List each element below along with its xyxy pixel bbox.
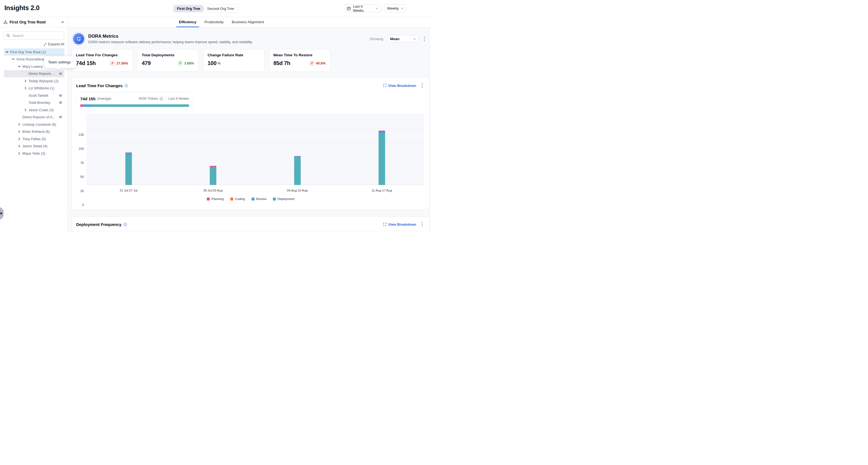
gridline — [86, 115, 424, 115]
tree-item-label: Direct Reports ... — [29, 71, 56, 76]
stacked-bar[interactable] — [125, 152, 132, 185]
gridline — [86, 128, 424, 129]
team-settings-icon[interactable] — [59, 115, 62, 119]
granularity-dropdown[interactable]: Weekly — [384, 4, 406, 12]
tab-efficiency[interactable]: Efficiency — [178, 20, 197, 27]
chevron-right-icon[interactable] — [24, 80, 29, 83]
metric-card-value: 100 — [208, 60, 216, 66]
stacked-bar[interactable] — [294, 156, 301, 185]
tree-item[interactable]: Liz Whittome (1) — [4, 85, 64, 92]
vertical-scrollbar-gutter[interactable] — [430, 27, 434, 232]
app-title: Insights 2.0 — [4, 4, 39, 12]
chevron-right-icon[interactable] — [18, 137, 22, 141]
tree-item[interactable]: First Org Tree Root (1) — [4, 49, 64, 56]
tree-item[interactable]: Teddy Wylupski (2) — [4, 77, 64, 85]
metric-card: Change Failure Rate100% — [203, 49, 265, 71]
expand-corners-icon — [383, 84, 386, 87]
lead-time-actions: View Breakdown — [383, 82, 424, 89]
chevron-right-icon[interactable] — [24, 87, 29, 90]
tree-item-label: Maya Yette (3) — [22, 151, 45, 155]
tree-item[interactable]: Jason Stead (4) — [4, 143, 64, 150]
legend-label: Review — [256, 197, 267, 200]
search-icon — [6, 34, 10, 37]
arrow-up-right-icon: ↗ — [110, 60, 115, 66]
phase-segment-review — [84, 104, 91, 107]
tree-item[interactable]: Maya Yette (3) — [4, 150, 64, 157]
dora-metric-cards: Lead Time For Changes74d 15h↗27.56%Total… — [71, 49, 430, 71]
org-tree-toggle: First Org Tree Second Org Tree — [173, 4, 238, 13]
bar-segment-deployment — [294, 157, 301, 185]
x-axis-label: 21 Jul-27 Jul — [120, 189, 137, 192]
view-breakdown-label: View Breakdown — [388, 222, 416, 226]
tickets-count: 5030 Tickets — [139, 97, 158, 100]
stacked-bar[interactable] — [210, 166, 216, 185]
legend-item-deployment[interactable]: Deployment — [273, 197, 294, 200]
toggle-second-org-tree[interactable]: Second Org Tree — [204, 5, 237, 12]
chevron-down-icon[interactable] — [18, 65, 22, 68]
dora-actions: Showing Mean — [370, 35, 426, 42]
chart-plot-area — [86, 115, 424, 185]
toggle-first-org-tree[interactable]: First Org Tree — [174, 5, 204, 12]
chevron-right-icon[interactable] — [18, 130, 22, 133]
x-axis-label: 04 Aug-10 Aug — [287, 189, 308, 192]
tab-productivity[interactable]: Productivity — [204, 20, 224, 27]
legend-item-review[interactable]: Review — [252, 197, 267, 200]
tree-item-label: Scott Tarkett — [29, 93, 48, 97]
tree-item[interactable]: Tony Pallas (5) — [4, 135, 64, 143]
info-icon[interactable] — [125, 84, 128, 87]
org-chart-icon — [4, 20, 7, 24]
info-icon[interactable] — [159, 97, 163, 100]
tab-business-alignment[interactable]: Business Alignment — [231, 20, 265, 27]
tree-item[interactable]: Brian Kirkland (6) — [4, 128, 64, 135]
tree-item-label: Brian Kirkland (6) — [22, 129, 50, 133]
legend-label: Coding — [235, 197, 245, 200]
chevron-down-icon[interactable] — [5, 51, 10, 54]
kebab-menu-icon[interactable] — [421, 221, 424, 228]
team-settings-icon[interactable] — [59, 94, 62, 97]
info-icon[interactable] — [123, 223, 127, 226]
bar-segment-deployment — [378, 133, 385, 185]
x-axis-label: 11 Aug-17 Aug — [371, 189, 392, 192]
search-input[interactable] — [12, 34, 61, 38]
team-settings-tooltip: Team settings — [44, 56, 76, 68]
showing-dropdown[interactable]: Mean — [387, 35, 419, 42]
metric-card-title: Lead Time For Changes — [76, 53, 129, 57]
team-settings-icon[interactable] — [59, 101, 62, 104]
expand-all-icon — [44, 43, 47, 46]
summary-range: Last 4 Weeks — [168, 97, 189, 100]
tree-item[interactable]: Jason Coats (3) — [4, 106, 64, 114]
legend-item-coding[interactable]: Coding — [230, 197, 245, 200]
chevron-down-icon[interactable] — [12, 58, 17, 61]
dora-metrics-header: DORA Metrics DORA metrics measure softwa… — [71, 31, 426, 46]
gridline — [86, 171, 424, 171]
tree-item-label: Direct Reports of A... — [22, 115, 55, 119]
tree-item[interactable]: Scott Tarkett — [4, 92, 64, 99]
chevron-right-icon[interactable] — [18, 145, 22, 148]
expand-all-button[interactable]: Expand All — [4, 42, 64, 46]
y-axis-tick: 50 — [76, 175, 84, 178]
lead-time-panel: Lead Time For Changes View Breakdown — [71, 78, 430, 210]
tree-item[interactable]: Direct Reports of A... — [4, 114, 64, 121]
delta-value: 27.56% — [117, 61, 128, 65]
chevron-right-icon[interactable] — [18, 123, 22, 126]
collapse-sidebar-icon[interactable] — [61, 21, 64, 24]
tree-item[interactable]: Todd Bromley — [4, 99, 64, 106]
date-range-dropdown[interactable]: Last 4 Weeks — [344, 4, 381, 12]
expand-corners-icon — [383, 223, 386, 226]
kebab-menu-icon[interactable] — [421, 82, 424, 89]
metric-card-unit: % — [217, 61, 220, 65]
org-tree-sidebar: First Org Tree Root Expand All First Org… — [0, 17, 68, 232]
stacked-bar[interactable] — [378, 131, 385, 185]
tree-item-label: Lindsay Liszewski (8) — [22, 122, 56, 126]
legend-label: Planning — [211, 197, 224, 200]
bar-segment-deployment — [125, 155, 132, 185]
view-breakdown-link[interactable]: View Breakdown — [383, 222, 416, 226]
legend-item-planning[interactable]: Planning — [207, 197, 224, 200]
tree-item[interactable]: Direct Reports ... — [4, 70, 64, 78]
tree-item[interactable]: Lindsay Liszewski (8) — [4, 121, 64, 128]
team-settings-icon[interactable] — [59, 72, 62, 75]
chevron-right-icon[interactable] — [24, 108, 29, 112]
kebab-menu-icon[interactable] — [423, 35, 426, 42]
view-breakdown-link[interactable]: View Breakdown — [383, 84, 416, 88]
chevron-right-icon[interactable] — [18, 152, 22, 155]
